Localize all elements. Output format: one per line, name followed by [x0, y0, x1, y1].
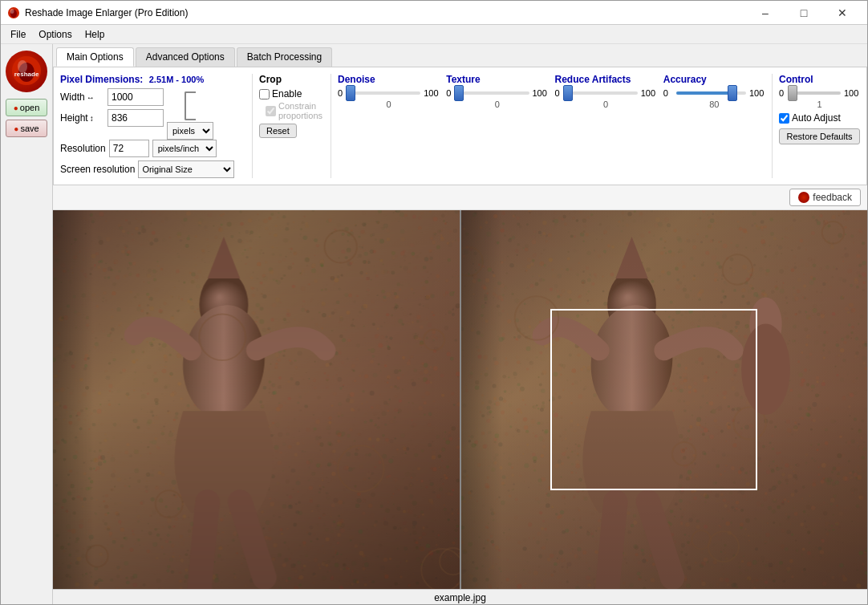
accuracy-section: Accuracy 0 100 80: [663, 74, 765, 178]
denoise-slider[interactable]: [351, 91, 420, 95]
logo: reshade: [6, 51, 47, 92]
reshade-logo: reshade: [10, 55, 43, 87]
texture-slider[interactable]: [459, 91, 529, 95]
denoise-section: Denoise 0 100 0: [338, 74, 440, 178]
auto-adjust-checkbox[interactable]: [779, 113, 789, 124]
crop-constrain-label: Constrainproportions: [278, 101, 322, 120]
unit-select[interactable]: pixels inches cm: [167, 122, 213, 140]
texture-max: 100: [533, 88, 549, 98]
accuracy-fill: [676, 91, 732, 95]
save-button[interactable]: ● save: [6, 120, 47, 137]
sliders-area: Denoise 0 100 0 Texture 0: [338, 74, 860, 178]
svg-point-2: [10, 9, 14, 14]
auto-adjust-label: Auto Adjust: [792, 112, 841, 124]
reduce-artifacts-thumb[interactable]: [563, 85, 573, 101]
resolution-unit-select[interactable]: pixels/inch pixels/cm: [152, 140, 217, 157]
accuracy-slider[interactable]: [676, 91, 746, 95]
screen-res-label: Screen resolution: [60, 164, 135, 175]
control-slider[interactable]: [792, 91, 841, 95]
open-button[interactable]: ● open: [6, 99, 47, 116]
pixel-dimensions-title: Pixel Dimensions: 2.51M - 100%: [60, 74, 245, 85]
right-image-canvas: [461, 210, 868, 589]
screen-res-select[interactable]: Original Size Fit to Screen Fill Screen: [138, 160, 234, 178]
denoise-max: 100: [424, 88, 440, 98]
filename: example.jpg: [434, 592, 486, 603]
crop-enable-checkbox[interactable]: [259, 89, 270, 99]
pixel-dimensions-value: 2.51M - 100%: [149, 75, 204, 84]
denoise-thumb[interactable]: [346, 85, 355, 101]
window-controls: – □ ✕: [747, 2, 861, 24]
texture-section: Texture 0 100 0: [446, 74, 548, 178]
accuracy-min: 0: [663, 88, 673, 98]
tab-batch-processing[interactable]: Batch Processing: [237, 47, 332, 67]
texture-title: Texture: [446, 74, 548, 85]
resolution-label: Resolution: [60, 143, 106, 154]
crop-enable-label: Enable: [272, 88, 302, 99]
denoise-title: Denoise: [338, 74, 440, 85]
feedback-icon: [798, 192, 809, 203]
app-title: Reshade Image Enlarger (Pro Edition): [25, 7, 188, 18]
reduce-artifacts-slider[interactable]: [568, 91, 638, 95]
menu-options[interactable]: Options: [32, 27, 78, 42]
control-title: Control: [779, 74, 860, 85]
tab-main-options[interactable]: Main Options: [56, 47, 134, 67]
reduce-artifacts-max: 100: [641, 88, 657, 98]
accuracy-value: 80: [663, 99, 765, 109]
accuracy-max: 100: [749, 88, 765, 98]
control-max: 100: [844, 88, 860, 98]
control-thumb[interactable]: [788, 85, 797, 101]
texture-thumb[interactable]: [454, 85, 464, 101]
crop-title: Crop: [259, 74, 324, 85]
width-label: Width ↔: [60, 91, 104, 103]
filename-bar: example.jpg: [53, 589, 867, 605]
title-bar: Reshade Image Enlarger (Pro Edition) – □…: [1, 1, 867, 25]
menu-help[interactable]: Help: [79, 27, 112, 42]
crop-section: Crop Enable Constrainproportions Reset: [259, 74, 331, 178]
menu-file[interactable]: File: [4, 27, 32, 42]
restore-defaults-button[interactable]: Restore Defaults: [779, 128, 860, 144]
control-section: Control 0 100 1 Auto Adjust Res: [772, 74, 860, 178]
left-image-canvas: [53, 210, 460, 589]
tab-advanced-options[interactable]: Advanced Options: [136, 47, 235, 67]
feedback-label: feedback: [813, 192, 852, 203]
images-area: [53, 210, 867, 589]
crop-reset-button[interactable]: Reset: [259, 124, 297, 138]
options-panel: Pixel Dimensions: 2.51M - 100% Width ↔: [53, 67, 867, 185]
link-proportions-icon: [185, 91, 196, 120]
feedback-button[interactable]: feedback: [789, 189, 861, 206]
width-input[interactable]: [107, 88, 164, 106]
crop-constrain-checkbox[interactable]: [266, 106, 276, 116]
accuracy-title: Accuracy: [663, 74, 765, 85]
minimize-button[interactable]: –: [747, 2, 784, 24]
resolution-input[interactable]: [109, 140, 149, 157]
reduce-artifacts-section: Reduce Artifacts 0 100 0: [555, 74, 657, 178]
height-label: Height ↕: [60, 112, 104, 124]
left-image-panel: [53, 210, 460, 589]
reduce-artifacts-title: Reduce Artifacts: [555, 74, 657, 85]
tabs-bar: Main Options Advanced Options Batch Proc…: [53, 44, 867, 67]
pixel-dimensions-section: Pixel Dimensions: 2.51M - 100% Width ↔: [60, 74, 253, 178]
feedback-bar: feedback: [53, 185, 867, 210]
left-sidebar: reshade ● open ● save: [1, 44, 53, 605]
maximize-button[interactable]: □: [785, 2, 822, 24]
accuracy-thumb[interactable]: [728, 85, 737, 101]
right-image-panel: [461, 210, 868, 589]
svg-text:reshade: reshade: [14, 71, 39, 78]
close-button[interactable]: ✕: [824, 2, 861, 24]
height-input[interactable]: [107, 109, 164, 127]
menu-bar: File Options Help: [1, 25, 867, 44]
app-icon: [7, 6, 20, 19]
